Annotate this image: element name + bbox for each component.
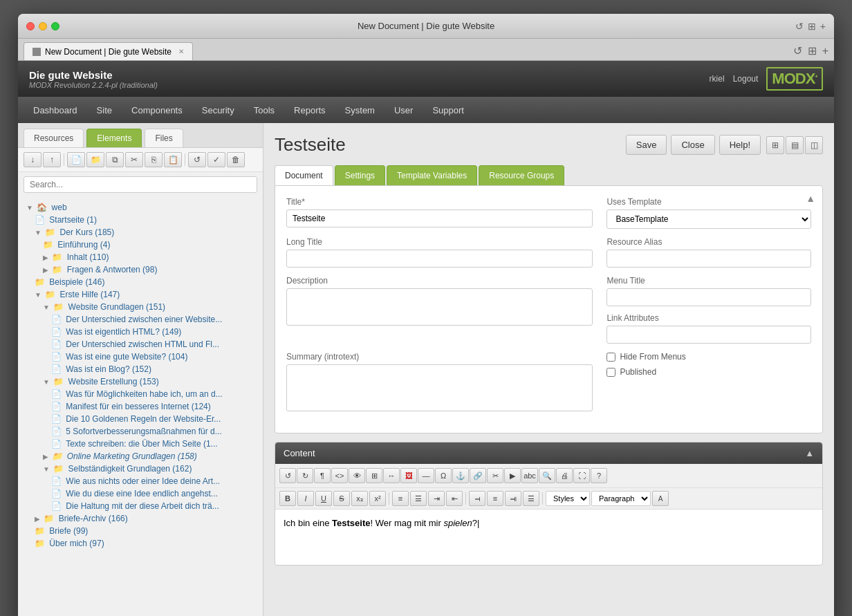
editor-content[interactable]: Ich bin eine Testseite! Wer mag mit mir … xyxy=(275,510,822,565)
published-checkbox[interactable] xyxy=(606,368,615,377)
browser-tab-active[interactable]: New Document | Die gute Website ✕ xyxy=(24,42,193,60)
editor-btn-fullscreen[interactable]: ⛶ xyxy=(573,468,590,483)
tree-link-briefe-archiv[interactable]: Briefe-Archiv (166) xyxy=(59,514,128,523)
tab-elements[interactable]: Elements xyxy=(86,129,142,147)
new-tab-icon[interactable]: + xyxy=(822,45,828,57)
editor-btn-link-remove[interactable]: ✂ xyxy=(487,468,503,483)
logout-button[interactable]: Logout xyxy=(733,74,759,84)
editor-btn-preview[interactable]: 👁 xyxy=(349,468,365,483)
history-back-icon[interactable]: ↺ xyxy=(793,44,802,57)
tree-link-moeglichkeiten[interactable]: Was für Möglichkeiten habe ich, um an d.… xyxy=(66,389,222,399)
tab-close-icon[interactable]: ✕ xyxy=(178,48,184,55)
editor-btn-ol[interactable]: ☰ xyxy=(410,491,427,506)
tree-link-einfuehrung[interactable]: Einführung (4) xyxy=(57,240,110,250)
resource-alias-input[interactable] xyxy=(606,250,811,268)
menu-title-input[interactable] xyxy=(606,288,811,306)
tree-link-manifest[interactable]: Manifest für ein besseres Internet (124) xyxy=(66,402,210,411)
toolbar-new-folder-btn[interactable]: 📁 xyxy=(86,152,104,167)
editor-btn-hr[interactable]: — xyxy=(418,468,434,483)
grid-view-icon[interactable]: ⊞ xyxy=(808,44,817,57)
tree-link-5-sofort[interactable]: 5 Sofortverbesserungsmaßnahmen für d... xyxy=(66,427,221,436)
fullscreen-icon[interactable]: + xyxy=(820,21,826,32)
nav-user[interactable]: User xyxy=(385,100,423,121)
tree-link-aus-nichts[interactable]: Wie aus nichts oder einer Idee deine Art… xyxy=(66,476,220,486)
editor-btn-bold[interactable]: B xyxy=(279,491,296,506)
editor-btn-redo[interactable]: ↻ xyxy=(297,468,313,483)
styles-select[interactable]: Styles xyxy=(546,491,590,506)
editor-btn-indent[interactable]: ⇥ xyxy=(428,491,445,506)
tree-link-ueber-mich[interactable]: Über mich (97) xyxy=(49,539,104,548)
toolbar-publish-btn[interactable]: ✓ xyxy=(207,152,225,167)
tree-link-idee-endlich[interactable]: Wie du diese eine Idee endlich angehst..… xyxy=(66,489,217,498)
minimize-window-btn[interactable] xyxy=(39,22,47,30)
toolbar-copy-btn[interactable]: ⎘ xyxy=(145,152,163,167)
toolbar-down-btn[interactable]: ↓ xyxy=(24,152,41,167)
editor-btn-anchor[interactable]: ⚓ xyxy=(452,468,469,483)
tree-link-der-kurs[interactable]: Der Kurs (185) xyxy=(60,227,115,237)
tree-link-gute-website[interactable]: Was ist eine gute Website? (104) xyxy=(66,352,187,362)
tree-link-10-goldene[interactable]: Die 10 Goldenen Regeln der Website-Er... xyxy=(66,414,221,424)
maximize-window-btn[interactable] xyxy=(51,22,59,30)
view-icon-3[interactable]: ◫ xyxy=(805,136,823,154)
toolbar-paste-btn[interactable]: 📋 xyxy=(164,152,182,167)
content-section-collapse-icon[interactable]: ▲ xyxy=(805,448,814,458)
toolbar-refresh-btn[interactable]: ↺ xyxy=(188,152,206,167)
close-button[interactable]: Close xyxy=(671,135,714,155)
editor-btn-align-right[interactable]: ⫥ xyxy=(505,491,521,506)
tab-settings[interactable]: Settings xyxy=(335,165,385,185)
nav-system[interactable]: System xyxy=(335,100,385,121)
form-panel-close-icon[interactable]: ▲ xyxy=(806,193,815,204)
editor-btn-format[interactable]: ¶ xyxy=(314,468,331,483)
nav-security[interactable]: Security xyxy=(192,100,244,121)
editor-btn-link-add[interactable]: 🔗 xyxy=(470,468,486,483)
tree-link-haltung[interactable]: Die Haltung mit der diese Arbeit dich tr… xyxy=(66,501,219,511)
editor-btn-align-justify[interactable]: ☰ xyxy=(523,491,539,506)
editor-btn-find[interactable]: 🔍 xyxy=(539,468,555,483)
editor-btn-source[interactable]: <> xyxy=(331,468,348,483)
hide-from-menus-checkbox[interactable] xyxy=(606,353,615,362)
editor-btn-table[interactable]: ⊞ xyxy=(366,468,382,483)
editor-btn-symbol[interactable]: Ω xyxy=(435,468,452,483)
toolbar-duplicate-btn[interactable]: ⧉ xyxy=(106,152,124,167)
long-title-input[interactable] xyxy=(286,250,593,268)
tab-template-variables[interactable]: Template Variables xyxy=(387,165,477,185)
tree-link-website-grundlagen[interactable]: Website Grundlagen (151) xyxy=(68,302,166,312)
tree-link-fragen[interactable]: Fragen & Antworten (98) xyxy=(67,265,158,274)
view-icon-2[interactable]: ▤ xyxy=(786,136,804,154)
tree-toggle-web[interactable]: ▼ xyxy=(26,204,33,212)
paragraph-select[interactable]: Paragraph xyxy=(591,491,651,506)
reload-icon[interactable]: ↺ xyxy=(795,21,804,32)
help-button[interactable]: Help! xyxy=(719,135,761,155)
tree-link-web[interactable]: web xyxy=(52,203,67,212)
title-input[interactable] xyxy=(286,209,593,227)
toolbar-up-btn[interactable]: ↑ xyxy=(43,152,61,167)
editor-btn-source2[interactable]: A xyxy=(652,491,669,506)
search-input[interactable] xyxy=(24,176,257,193)
tree-link-beispiele[interactable]: Beispiele (146) xyxy=(49,277,104,287)
toolbar-new-doc-btn[interactable]: 📄 xyxy=(67,152,85,167)
nav-components[interactable]: Components xyxy=(122,100,192,121)
editor-btn-subscript[interactable]: x₂ xyxy=(351,491,368,506)
tab-resources[interactable]: Resources xyxy=(24,129,84,147)
tree-link-texte[interactable]: Texte schreiben: die Über Mich Seite (1.… xyxy=(66,439,217,449)
toolbar-trash-btn[interactable]: 🗑 xyxy=(227,152,245,167)
editor-btn-image[interactable]: 🖼 xyxy=(400,468,417,483)
editor-btn-superscript[interactable]: x² xyxy=(369,491,386,506)
grid-icon[interactable]: ⊞ xyxy=(808,21,816,32)
tree-link-briefe[interactable]: Briefe (99) xyxy=(49,526,88,536)
tab-resource-groups[interactable]: Resource Groups xyxy=(479,165,564,185)
nav-site[interactable]: Site xyxy=(87,100,122,121)
nav-tools[interactable]: Tools xyxy=(244,100,284,121)
link-attributes-input[interactable] xyxy=(606,326,811,344)
close-window-btn[interactable] xyxy=(26,22,35,30)
editor-btn-outdent[interactable]: ⇤ xyxy=(446,491,463,506)
editor-btn-italic[interactable]: I xyxy=(297,491,314,506)
nav-reports[interactable]: Reports xyxy=(284,100,335,121)
tree-link-blog[interactable]: Was ist ein Blog? (152) xyxy=(66,364,151,374)
tree-link-inhalt[interactable]: Inhalt (110) xyxy=(67,252,109,262)
editor-btn-print[interactable]: 🖨 xyxy=(556,468,573,483)
editor-btn-align-center[interactable]: ≡ xyxy=(487,491,503,506)
uses-template-select[interactable]: BaseTemplate xyxy=(606,209,811,229)
editor-btn-media[interactable]: ▶ xyxy=(504,468,521,483)
tree-link-html[interactable]: Was ist eigentlich HTML? (149) xyxy=(66,327,181,337)
